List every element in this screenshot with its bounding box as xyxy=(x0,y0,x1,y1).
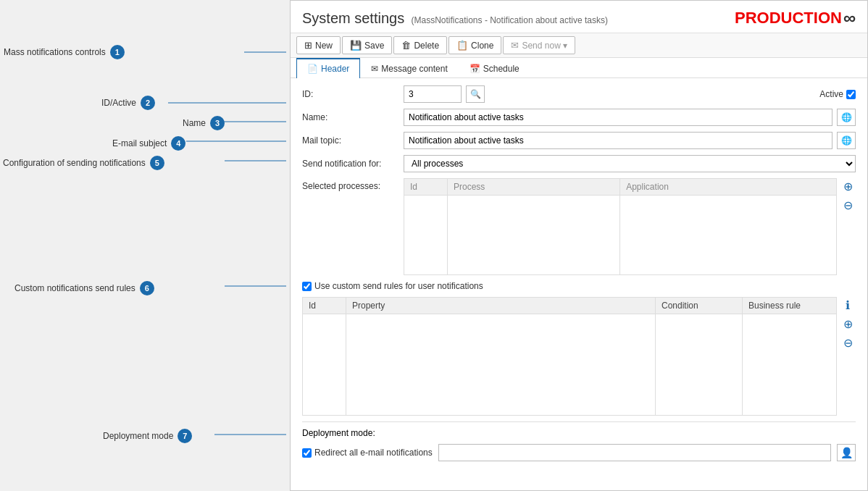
save-button[interactable]: 💾 Save xyxy=(342,36,392,54)
custom-rules-text: Use custom send rules for user notificat… xyxy=(314,281,483,291)
active-label: Active xyxy=(819,89,843,99)
send-icon: ✉ xyxy=(511,40,519,51)
annotation-badge-2: 2 xyxy=(141,96,155,110)
id-control-row: 🔍 Active xyxy=(404,85,856,103)
rules-table-container: Id Property Condition Business rule xyxy=(302,297,837,416)
tab-message-label: Message content xyxy=(381,64,447,74)
tab-message-content[interactable]: ✉ Message content xyxy=(360,58,458,78)
processes-col-application: Application xyxy=(620,179,837,196)
rules-col-id: Id xyxy=(303,298,346,314)
rules-table: Id Property Condition Business rule xyxy=(302,297,837,416)
mail-topic-input[interactable] xyxy=(404,132,832,149)
processes-col-id: Id xyxy=(404,179,448,196)
deployment-row: Redirect all e-mail notifications 👤 xyxy=(302,444,856,461)
custom-rules-checkbox[interactable] xyxy=(302,282,312,291)
annotation-label-1: Mass notifications controls xyxy=(4,47,106,57)
tabs-bar: 📄 Header ✉ Message content 📅 Schedule xyxy=(291,58,867,78)
annotation-1: Mass notifications controls 1 xyxy=(4,45,125,59)
name-label: Name: xyxy=(302,112,404,122)
rules-empty-business-rule xyxy=(743,314,837,416)
rules-empty-row xyxy=(303,314,837,416)
processes-empty-process xyxy=(448,196,620,275)
annotation-badge-1: 1 xyxy=(110,45,125,59)
save-label: Save xyxy=(364,41,384,51)
name-translate-button[interactable]: 🌐 xyxy=(837,109,856,126)
annotation-6: Custom notifications send rules 6 xyxy=(14,281,154,295)
main-panel: System settings (MassNotifications - Not… xyxy=(290,0,868,491)
annotation-badge-4: 4 xyxy=(171,136,185,151)
name-control: 🌐 xyxy=(404,109,856,126)
id-search-button[interactable]: 🔍 xyxy=(466,85,485,103)
processes-side-buttons: ⊕ ⊖ xyxy=(840,178,856,213)
annotation-label-4: E-mail subject xyxy=(112,138,167,148)
processes-wrapper: Id Process Application xyxy=(404,178,856,275)
rules-empty-condition xyxy=(656,314,743,416)
annotation-label-7: Deployment mode xyxy=(103,431,173,441)
tab-header-icon: 📄 xyxy=(307,64,318,74)
rules-add-button[interactable]: ⊕ xyxy=(840,316,856,332)
custom-rules-label[interactable]: Use custom send rules for user notificat… xyxy=(302,281,483,291)
rules-side-buttons: ℹ ⊕ ⊖ xyxy=(840,297,856,351)
annotation-4: E-mail subject 4 xyxy=(112,136,185,151)
clone-button[interactable]: 📋 Clone xyxy=(448,36,501,54)
page-subtitle: (MassNotifications - Notification about … xyxy=(412,15,608,25)
send-for-label: Send notification for: xyxy=(302,159,404,169)
new-icon: ⊞ xyxy=(304,40,312,51)
id-input[interactable] xyxy=(404,85,462,103)
redirect-text: Redirect all e-mail notifications xyxy=(314,448,433,458)
annotation-badge-6: 6 xyxy=(140,281,154,295)
new-button[interactable]: ⊞ New xyxy=(296,36,341,54)
annotation-badge-5: 5 xyxy=(150,156,164,170)
redirect-label[interactable]: Redirect all e-mail notifications xyxy=(302,448,433,458)
tab-schedule-label: Schedule xyxy=(483,64,519,74)
annotation-badge-3: 3 xyxy=(210,116,225,130)
rules-wrapper: Id Property Condition Business rule xyxy=(302,297,856,416)
active-checkbox[interactable] xyxy=(846,90,856,99)
processes-add-button[interactable]: ⊕ xyxy=(840,178,856,194)
content-area: ID: 🔍 Active Name: 🌐 Mail topic xyxy=(291,78,867,490)
mail-topic-control: 🌐 xyxy=(404,132,856,149)
rules-empty-id xyxy=(303,314,346,416)
rules-info-button[interactable]: ℹ xyxy=(840,297,856,313)
mail-topic-row: Mail topic: 🌐 xyxy=(302,132,856,149)
send-now-label: Send now ▾ xyxy=(522,41,567,51)
name-input[interactable] xyxy=(404,109,832,126)
annotation-3: Name 3 xyxy=(183,116,225,130)
send-for-select[interactable]: All processes Selected processes xyxy=(404,155,856,172)
mail-topic-label: Mail topic: xyxy=(302,135,404,146)
user-picker-button[interactable]: 👤 xyxy=(837,444,856,461)
redirect-checkbox[interactable] xyxy=(302,448,312,458)
selected-processes-row: Selected processes: Id Process Applicati… xyxy=(302,178,856,275)
processes-remove-button[interactable]: ⊖ xyxy=(840,197,856,213)
tab-header[interactable]: 📄 Header xyxy=(296,58,360,78)
production-text: PRODUCTION xyxy=(735,9,842,28)
id-left: 🔍 xyxy=(404,85,485,103)
new-label: New xyxy=(315,41,333,51)
tab-schedule[interactable]: 📅 Schedule xyxy=(459,58,530,78)
clone-label: Clone xyxy=(471,41,493,51)
annotation-7: Deployment mode 7 xyxy=(103,429,192,443)
rules-remove-button[interactable]: ⊖ xyxy=(840,335,856,351)
annotation-label-5: Configuration of sending notifications xyxy=(3,158,146,168)
redirect-email-input[interactable] xyxy=(438,444,831,461)
rules-col-business-rule: Business rule xyxy=(743,298,837,314)
delete-icon: 🗑 xyxy=(401,40,411,51)
processes-empty-id xyxy=(404,196,448,275)
annotation-panel: Mass notifications controls 1 ID/Active … xyxy=(0,0,290,491)
id-label: ID: xyxy=(302,89,404,99)
annotation-2: ID/Active 2 xyxy=(101,96,155,110)
processes-empty-row xyxy=(404,196,837,275)
send-for-control: All processes Selected processes xyxy=(404,155,856,172)
mail-topic-translate-button[interactable]: 🌐 xyxy=(837,132,856,149)
annotation-lines xyxy=(0,0,290,491)
delete-label: Delete xyxy=(414,41,439,51)
rules-col-condition: Condition xyxy=(656,298,743,314)
save-icon: 💾 xyxy=(350,40,362,51)
send-now-button[interactable]: ✉ Send now ▾ xyxy=(503,36,575,54)
infinity-icon: ∞ xyxy=(843,8,856,28)
processes-col-process: Process xyxy=(448,179,620,196)
delete-button[interactable]: 🗑 Delete xyxy=(393,36,447,54)
production-logo: PRODUCTION ∞ xyxy=(735,8,856,28)
rules-col-property: Property xyxy=(346,298,656,314)
processes-table: Id Process Application xyxy=(404,178,837,275)
